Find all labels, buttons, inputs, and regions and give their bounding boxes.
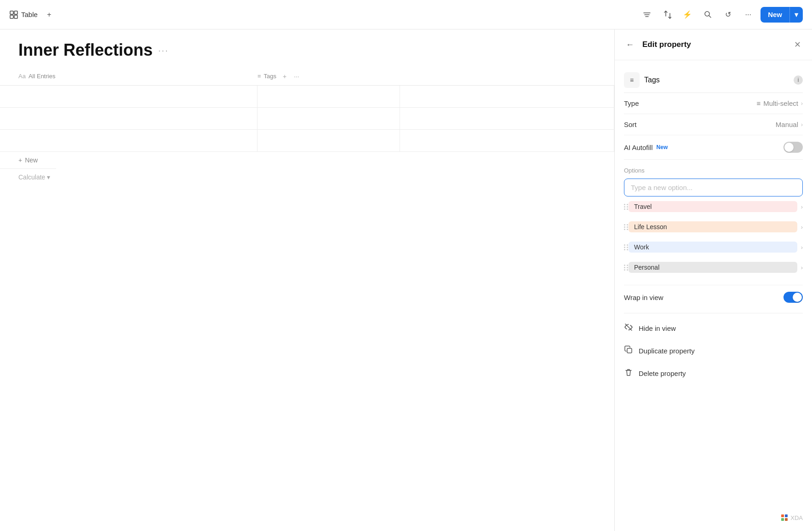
drag-handle-personal[interactable] (624, 265, 629, 271)
col-tags-header: ≡ Tags + ··· (257, 72, 400, 81)
close-icon: ✕ (794, 40, 801, 49)
drag-handle-travel[interactable] (624, 204, 629, 210)
delete-icon (624, 368, 633, 379)
panel-back-button[interactable]: ← (624, 38, 636, 52)
property-name-input[interactable] (644, 76, 789, 84)
options-label: Options (624, 167, 803, 174)
option-tag-work: Work (629, 242, 797, 253)
add-row-button[interactable]: + New (0, 152, 56, 169)
table-body: + New Calculate ▾ (0, 86, 614, 531)
cell-name-2[interactable] (0, 108, 257, 129)
option-item-life-lesson[interactable]: Life Lesson › (624, 217, 803, 237)
cell-tags-1[interactable] (257, 86, 400, 107)
col-tags-actions: + ··· (281, 72, 301, 81)
table-header: Aa All Entries ≡ Tags + ··· (0, 67, 614, 86)
wrap-in-view-toggle[interactable] (783, 292, 803, 303)
main-area: Inner Reflections ··· Aa All Entries ≡ T… (0, 29, 812, 531)
add-col-button[interactable]: + (281, 72, 288, 81)
calculate-label: Calculate (18, 173, 45, 181)
cell-name-1[interactable] (0, 86, 257, 107)
cell-extra-1 (400, 86, 614, 107)
cell-extra-2 (400, 108, 614, 129)
tags-label[interactable]: Tags (264, 73, 276, 80)
svg-rect-1 (14, 11, 17, 14)
view-type[interactable]: Table (9, 10, 38, 19)
cell-tags-3[interactable] (257, 130, 400, 151)
drag-handle-life-lesson[interactable] (624, 224, 629, 230)
new-button-caret[interactable]: ▾ (789, 7, 803, 23)
option-tag-personal: Personal (629, 262, 797, 273)
toolbar-right: ⚡ ↺ ··· New ▾ (639, 7, 803, 23)
type-row: Type ≡ Multi-select › (624, 93, 803, 114)
option-chevron-personal: › (801, 264, 803, 271)
filter-icon (643, 11, 651, 19)
new-button[interactable]: New ▾ (761, 7, 803, 23)
duplicate-icon (624, 345, 633, 357)
svg-rect-2 (10, 15, 13, 18)
duplicate-property-action[interactable]: Duplicate property (624, 340, 803, 362)
delete-property-label: Delete property (639, 369, 686, 377)
list-icon: ≡ (257, 73, 261, 80)
view-type-label: Table (21, 11, 38, 18)
option-tag-life-lesson: Life Lesson (629, 221, 797, 232)
col-more-button[interactable]: ··· (292, 72, 301, 81)
cell-tags-2[interactable] (257, 108, 400, 129)
search-button[interactable] (700, 7, 715, 23)
options-section: Options Travel › Life Lesson › (624, 160, 803, 281)
option-item-personal[interactable]: Personal › (624, 257, 803, 277)
option-tag-travel: Travel (629, 201, 797, 212)
watermark: XDA (780, 514, 803, 522)
add-view-button[interactable]: + (41, 7, 57, 23)
history-button[interactable]: ↺ (720, 7, 736, 23)
aa-icon: Aa (18, 73, 26, 80)
back-icon: ← (626, 40, 634, 49)
sort-label: Sort (624, 121, 776, 128)
table-area: Inner Reflections ··· Aa All Entries ≡ T… (0, 29, 614, 531)
page-title-bar: Inner Reflections ··· (0, 29, 614, 60)
drag-handle-work[interactable] (624, 244, 629, 250)
panel-close-button[interactable]: ✕ (792, 38, 803, 52)
type-label: Type (624, 99, 756, 107)
sort-row: Sort Manual › (624, 114, 803, 135)
option-chevron-life-lesson: › (801, 224, 803, 231)
new-option-input[interactable] (624, 179, 803, 196)
table-row (0, 86, 614, 108)
type-value[interactable]: ≡ Multi-select › (756, 99, 803, 107)
more-button[interactable]: ··· (740, 7, 756, 23)
sort-value-label: Manual (776, 121, 798, 128)
svg-rect-14 (781, 518, 784, 521)
panel-body: ≡ i Type ≡ Multi-select › Sort Manual › (615, 60, 812, 396)
all-entries-label[interactable]: All Entries (29, 73, 56, 80)
info-button[interactable]: i (794, 75, 803, 85)
ai-autofill-toggle[interactable] (783, 142, 803, 153)
hide-icon (624, 323, 633, 334)
delete-property-action[interactable]: Delete property (624, 362, 803, 385)
calculate-button[interactable]: Calculate ▾ (18, 173, 50, 181)
sort-icon (663, 11, 671, 19)
calculate-caret: ▾ (47, 173, 50, 181)
hide-in-view-action[interactable]: Hide in view (624, 317, 803, 340)
panel-title: Edit property (642, 40, 786, 49)
ai-autofill-row: AI Autofill New (624, 135, 803, 160)
sort-value[interactable]: Manual › (776, 121, 803, 128)
sort-button[interactable] (659, 7, 675, 23)
option-chevron-work: › (801, 244, 803, 251)
add-row-icon: + (18, 156, 22, 164)
ai-label: AI Autofill (624, 144, 653, 151)
xda-logo (780, 514, 789, 522)
page-more-button[interactable]: ··· (158, 45, 169, 56)
toolbar: Table + ⚡ ↺ ··· (0, 0, 812, 29)
cell-name-3[interactable] (0, 130, 257, 151)
type-value-label: Multi-select (763, 99, 798, 107)
option-item-work[interactable]: Work › (624, 237, 803, 257)
option-item-travel[interactable]: Travel › (624, 196, 803, 217)
panel-header: ← Edit property ✕ (615, 29, 812, 60)
automation-button[interactable]: ⚡ (680, 7, 695, 23)
svg-rect-12 (781, 514, 784, 517)
property-type-icon: ≡ (624, 72, 640, 88)
new-button-label: New (761, 7, 789, 22)
filter-button[interactable] (639, 7, 655, 23)
svg-rect-0 (10, 11, 13, 14)
table-row (0, 130, 614, 152)
ai-badge: New (657, 144, 668, 150)
